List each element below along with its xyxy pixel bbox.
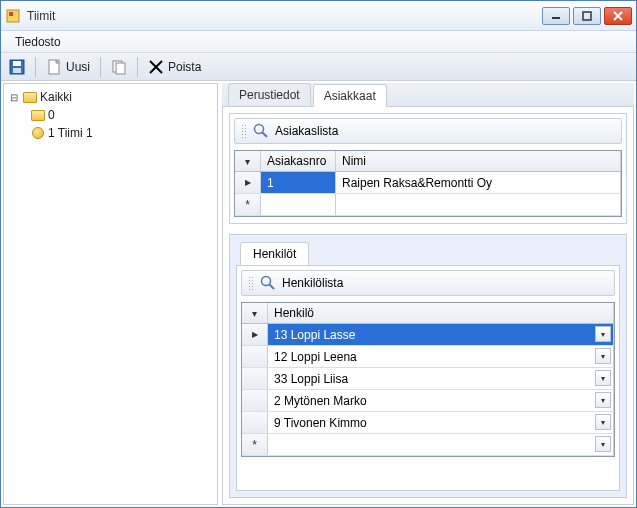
search-icon[interactable]: [253, 123, 269, 139]
grid-corner[interactable]: ▾: [242, 303, 268, 323]
tab-people[interactable]: Henkilöt: [240, 242, 309, 265]
new-label: Uusi: [66, 60, 90, 74]
tab-basic[interactable]: Perustiedot: [228, 83, 311, 106]
minimize-button[interactable]: [542, 7, 570, 25]
table-row[interactable]: 2 Mytönen Marko ▾: [242, 390, 614, 412]
col-header-nimi[interactable]: Nimi: [336, 151, 621, 171]
cell-nimi[interactable]: Raipen Raksa&Remontti Oy: [336, 172, 621, 193]
tree-item-label: 0: [48, 108, 55, 122]
table-row[interactable]: 12 Loppi Leena ▾: [242, 346, 614, 368]
cell-empty[interactable]: ▾: [268, 434, 614, 455]
people-panel-header: Henkilölista: [241, 270, 615, 296]
col-header-henkilo[interactable]: Henkilö: [268, 303, 614, 323]
save-button[interactable]: [5, 57, 29, 77]
folder-icon: [22, 90, 38, 104]
svg-rect-1: [9, 12, 13, 16]
tab-customers[interactable]: Asiakkaat: [313, 84, 387, 107]
svg-rect-7: [13, 61, 21, 66]
dropdown-button[interactable]: ▾: [595, 414, 611, 430]
delete-icon: [148, 59, 164, 75]
cell-henkilo[interactable]: 13 Loppi Lasse ▾: [268, 324, 614, 345]
tree-item[interactable]: 0: [6, 106, 215, 124]
delete-button[interactable]: Poista: [144, 57, 205, 77]
row-indicator-current: [235, 172, 261, 193]
cell-empty[interactable]: [261, 194, 336, 215]
dropdown-button[interactable]: ▾: [595, 370, 611, 386]
search-icon[interactable]: [260, 275, 276, 291]
grid-corner[interactable]: ▾: [235, 151, 261, 171]
cell-value: 2 Mytönen Marko: [274, 394, 367, 408]
toolbar: Uusi Poista: [1, 53, 636, 81]
app-window: Tiimit Tiedosto Uusi Poista: [0, 0, 637, 508]
new-button[interactable]: Uusi: [42, 57, 94, 77]
people-grid-header: ▾ Henkilö: [242, 303, 614, 324]
window-title: Tiimit: [27, 9, 542, 23]
right-pane: Perustiedot Asiakkaat Asiakaslista: [222, 83, 634, 505]
svg-line-18: [269, 284, 274, 289]
svg-rect-8: [13, 68, 21, 73]
coin-icon: [30, 126, 46, 140]
customers-grid-header: ▾ Asiakasnro Nimi: [235, 151, 621, 172]
separator: [137, 57, 138, 77]
menu-file[interactable]: Tiedosto: [7, 33, 69, 51]
cell-henkilo[interactable]: 9 Tivonen Kimmo ▾: [268, 412, 614, 433]
dropdown-button[interactable]: ▾: [595, 326, 611, 342]
tree-item-label: 1 Tiimi 1: [48, 126, 93, 140]
cell-value: 9 Tivonen Kimmo: [274, 416, 367, 430]
row-indicator-new: *: [235, 194, 261, 215]
people-tabstrip: Henkilöt: [236, 241, 620, 265]
tree-root[interactable]: ⊟ Kaikki: [6, 88, 215, 106]
cell-value: 12 Loppi Leena: [274, 350, 357, 364]
table-row-new[interactable]: *: [235, 194, 621, 216]
row-indicator: [242, 412, 268, 433]
customers-panel: Asiakaslista ▾ Asiakasnro Nimi 1 Raipen …: [229, 113, 627, 224]
dropdown-button[interactable]: ▾: [595, 436, 611, 452]
app-icon: [5, 8, 21, 24]
tree-item[interactable]: 1 Tiimi 1: [6, 124, 215, 142]
svg-rect-12: [116, 63, 125, 74]
cell-value: 33 Loppi Liisa: [274, 372, 348, 386]
cell-henkilo[interactable]: 2 Mytönen Marko ▾: [268, 390, 614, 411]
people-panel: Henkilölista ▾ Henkilö 13 Loppi Lasse: [236, 265, 620, 491]
people-grid[interactable]: ▾ Henkilö 13 Loppi Lasse ▾: [241, 302, 615, 457]
table-row[interactable]: 9 Tivonen Kimmo ▾: [242, 412, 614, 434]
cell-henkilo[interactable]: 12 Loppi Leena ▾: [268, 346, 614, 367]
copy-icon: [111, 59, 127, 75]
dropdown-button[interactable]: ▾: [595, 348, 611, 364]
table-row[interactable]: 13 Loppi Lasse ▾: [242, 324, 614, 346]
table-row[interactable]: 33 Loppi Liisa ▾: [242, 368, 614, 390]
tab-content: Asiakaslista ▾ Asiakasnro Nimi 1 Raipen …: [222, 107, 634, 505]
gripper-icon: [241, 124, 247, 138]
customers-grid[interactable]: ▾ Asiakasnro Nimi 1 Raipen Raksa&Remontt…: [234, 150, 622, 217]
row-indicator: [242, 390, 268, 411]
table-row[interactable]: 1 Raipen Raksa&Remontti Oy: [235, 172, 621, 194]
close-button[interactable]: [604, 7, 632, 25]
folder-icon: [30, 108, 46, 122]
cell-empty[interactable]: [336, 194, 621, 215]
titlebar: Tiimit: [1, 1, 636, 31]
separator: [35, 57, 36, 77]
row-indicator: [242, 368, 268, 389]
svg-line-16: [262, 132, 267, 137]
tree-collapse-icon[interactable]: ⊟: [8, 92, 20, 103]
separator: [100, 57, 101, 77]
col-header-nro[interactable]: Asiakasnro: [261, 151, 336, 171]
table-row-new[interactable]: * ▾: [242, 434, 614, 456]
customers-section-title: Asiakaslista: [275, 124, 338, 138]
maximize-button[interactable]: [573, 7, 601, 25]
gripper-icon: [248, 276, 254, 290]
customers-panel-header: Asiakaslista: [234, 118, 622, 144]
tree-pane[interactable]: ⊟ Kaikki 0 1 Tiimi 1: [3, 83, 218, 505]
content-area: ⊟ Kaikki 0 1 Tiimi 1 Perustiedot Asiakka…: [1, 81, 636, 507]
cell-nro[interactable]: 1: [261, 172, 336, 193]
tabstrip: Perustiedot Asiakkaat: [222, 83, 634, 107]
dropdown-button[interactable]: ▾: [595, 392, 611, 408]
svg-rect-3: [583, 12, 591, 20]
window-buttons: [542, 7, 632, 25]
people-section-title: Henkilölista: [282, 276, 343, 290]
row-indicator-new: *: [242, 434, 268, 455]
delete-label: Poista: [168, 60, 201, 74]
cell-henkilo[interactable]: 33 Loppi Liisa ▾: [268, 368, 614, 389]
copy-button[interactable]: [107, 57, 131, 77]
new-page-icon: [46, 59, 62, 75]
